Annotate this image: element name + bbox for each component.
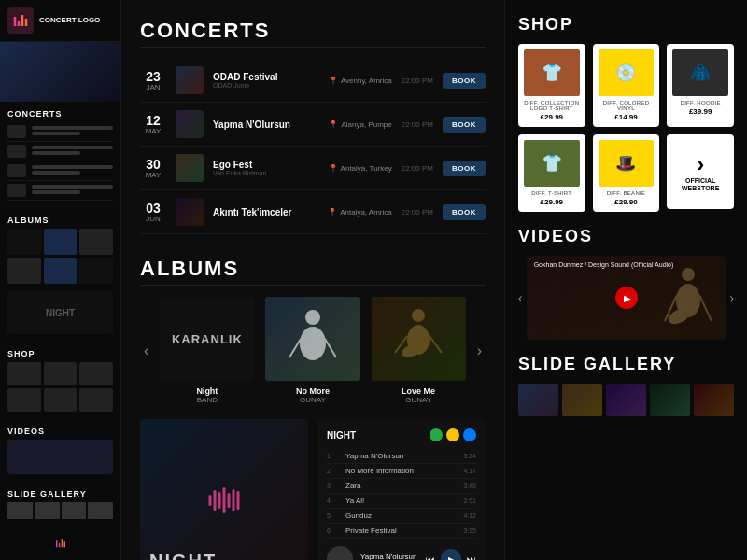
player-prev-button[interactable]: ⏮: [426, 554, 435, 561]
video-play-button[interactable]: ▶: [615, 287, 638, 309]
gallery-item[interactable]: [650, 384, 690, 416]
sidebar-video-thumb[interactable]: [7, 440, 113, 474]
playlist-btn-green[interactable]: [430, 428, 443, 441]
gallery-item[interactable]: [562, 384, 602, 416]
list-item[interactable]: [7, 122, 113, 142]
track-number: 1: [327, 453, 338, 459]
concert-thumb-small: [7, 184, 26, 197]
sidebar-gallery-item[interactable]: [35, 502, 60, 519]
performer-silhouette: [289, 306, 336, 371]
shop-item-image: 🧥: [672, 49, 728, 96]
track-number: 6: [327, 527, 338, 534]
sidebar-shop-item[interactable]: [44, 362, 78, 385]
concert-name: Akıntı Tek'imceler: [213, 207, 318, 217]
svg-line-21: [699, 295, 712, 321]
sidebar-album-item[interactable]: [7, 258, 41, 284]
playlist-track[interactable]: 3 Zara 3:48: [327, 479, 476, 494]
sidebar-albums-title: ALBUMS: [0, 208, 120, 229]
video-prev-button[interactable]: ‹: [518, 290, 523, 305]
sidebar-gallery-item[interactable]: [7, 502, 33, 519]
list-item[interactable]: [7, 181, 113, 201]
sidebar-shop-grid: [0, 362, 120, 419]
player-track-name: Yapma N'olursun: [360, 553, 418, 561]
sidebar-album-item[interactable]: [79, 258, 113, 284]
videos-section-title: VIDEOS: [518, 227, 734, 246]
svg-point-9: [305, 310, 320, 325]
sidebar-album-item[interactable]: [7, 229, 41, 255]
albums-next-button[interactable]: ›: [473, 343, 486, 359]
concert-day: 12: [140, 114, 166, 127]
list-item[interactable]: [7, 142, 113, 161]
album-card[interactable]: KARANLIK Night BAND: [160, 297, 254, 404]
playlist-track[interactable]: 1 Yapma N'Olursun 3:24: [327, 449, 476, 464]
album-title: No More: [265, 386, 359, 396]
sidebar-gallery-item[interactable]: [88, 502, 113, 519]
sidebar-shop-item[interactable]: [79, 388, 113, 412]
shop-item[interactable]: 👕 DIFF. COLLECTION LOGO T-SHIRT £29.99: [518, 44, 585, 127]
sidebar-gallery-item[interactable]: [62, 502, 87, 519]
shop-item[interactable]: 👕 DIFF. T-SHIRT £29.99: [518, 134, 585, 212]
playlist-header: NIGHT: [327, 428, 476, 441]
concert-book-button[interactable]: BOOK: [443, 117, 486, 133]
track-duration: 4:12: [463, 512, 476, 519]
svg-line-11: [289, 339, 301, 357]
video-next-button[interactable]: ›: [729, 290, 734, 305]
waveform-bar: [233, 489, 235, 511]
album-card[interactable]: Love Me GUNAY: [372, 297, 466, 404]
concert-book-button[interactable]: BOOK: [443, 73, 486, 89]
list-item[interactable]: [7, 161, 113, 181]
playlist-track[interactable]: 2 No More Information 4:17: [327, 464, 476, 479]
shop-item[interactable]: 🎩 DIFF. BEANIE £29.90: [593, 134, 660, 212]
album-title: Night: [160, 386, 254, 396]
webstore-button[interactable]: › OFFICIAL WEBSTORE: [667, 134, 734, 209]
concert-location: 📍 Antalya, Amrica: [328, 208, 392, 217]
play-icon: ▶: [624, 293, 631, 303]
shop-section: SHOP 👕 DIFF. COLLECTION LOGO T-SHIRT £29…: [518, 15, 734, 212]
main-content: CONCERTS 23 JAN ODAD Festival ODAD Junio…: [121, 0, 504, 560]
shop-item[interactable]: 🧥 DIFF. HOODIE £39.99: [667, 44, 734, 127]
track-duration: 4:17: [463, 468, 476, 474]
track-name: Private Festival: [345, 526, 456, 535]
shop-item-price: £29.99: [524, 198, 580, 206]
svg-line-16: [430, 336, 442, 353]
playlist-track[interactable]: 5 Gunduz 4:12: [327, 509, 476, 524]
gallery-item[interactable]: [606, 384, 646, 416]
concert-book-button[interactable]: BOOK: [443, 161, 486, 176]
shop-item-price: £14.99: [599, 113, 655, 121]
playlist-track[interactable]: 6 Private Festival 3:35: [327, 524, 476, 539]
concert-date: 03 JUN: [140, 202, 166, 223]
sidebar-logo[interactable]: CONCERT LOGO: [0, 0, 120, 42]
sidebar-album-item[interactable]: [44, 229, 78, 255]
player-next-button[interactable]: ⏭: [467, 554, 476, 561]
albums-grid: KARANLIK Night BAND No More: [160, 297, 465, 404]
track-duration: 3:35: [463, 527, 476, 534]
shop-item[interactable]: 💿 DIFF. COLORED VINYL £14.99: [593, 44, 660, 127]
concert-book-button[interactable]: BOOK: [443, 204, 486, 220]
playlist-controls: [430, 428, 476, 441]
location-icon: 📍: [329, 77, 338, 85]
video-thumbnail[interactable]: Gokhan Dunmez / Design Sound (Official A…: [527, 256, 726, 340]
gallery-item[interactable]: [694, 384, 734, 416]
player-play-button[interactable]: ▶: [441, 549, 461, 560]
albums-prev-button[interactable]: ‹: [140, 343, 152, 359]
playlist-btn-blue[interactable]: [463, 428, 476, 441]
sidebar-night-block[interactable]: NIGHT: [7, 291, 113, 334]
track-number: 4: [327, 497, 338, 504]
album-card[interactable]: No More GUNAY: [265, 297, 359, 404]
concert-name: ODAD Festival: [213, 72, 319, 82]
guitarist-silhouette-video: [660, 265, 716, 340]
playlist-track[interactable]: 4 Ya Al! 2:51: [327, 494, 476, 509]
albums-section: ALBUMS ‹ KARANLIK Night BAND: [140, 257, 486, 404]
sidebar-album-item[interactable]: [79, 229, 113, 255]
video-slider: ‹ Gokhan Dunmez / Design Sound (Official…: [518, 256, 734, 340]
sidebar-shop-item[interactable]: [7, 362, 41, 385]
player-controls: ⏮ ▶ ⏭: [426, 549, 476, 560]
sidebar-shop-item[interactable]: [79, 362, 113, 385]
gallery-item[interactable]: [518, 384, 558, 416]
sidebar-shop-item[interactable]: [44, 388, 78, 412]
sidebar-album-item[interactable]: [44, 258, 78, 284]
night-label: NIGHT: [149, 551, 217, 560]
playlist-btn-yellow[interactable]: [446, 428, 459, 441]
sidebar-shop-item[interactable]: [7, 388, 41, 412]
concert-month: JUN: [140, 215, 166, 223]
